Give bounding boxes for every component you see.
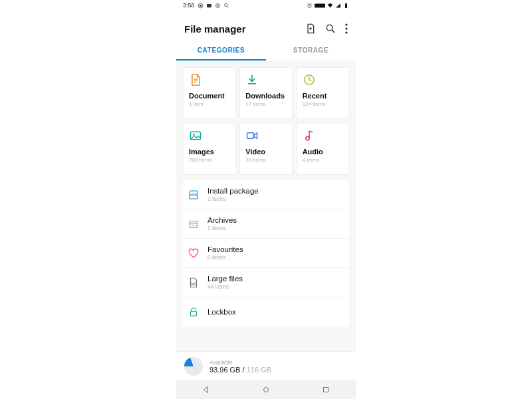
svg-line-17 xyxy=(332,30,334,33)
card-label: Downloads xyxy=(245,92,286,100)
search-status-icon xyxy=(223,3,229,9)
row-large-files[interactable]: MB Large files 44 items xyxy=(183,268,349,297)
android-nav-bar xyxy=(176,380,356,399)
status-time: 3:58 xyxy=(183,2,195,9)
card-images[interactable]: Images 208 items xyxy=(183,123,235,175)
nav-recent-icon[interactable] xyxy=(321,385,331,394)
status-bar: 3:58 xyxy=(176,0,356,11)
storage-free: 93.96 GB xyxy=(209,366,240,374)
svg-rect-43 xyxy=(324,388,329,392)
video-icon xyxy=(245,129,259,142)
storage-pie-icon xyxy=(184,357,203,376)
row-lockbox[interactable]: Lockbox xyxy=(183,297,349,327)
svg-point-18 xyxy=(345,23,347,25)
row-sub: 0 items xyxy=(207,254,243,261)
svg-rect-40 xyxy=(191,311,197,316)
alarm-icon xyxy=(307,3,313,9)
row-label: Favourites xyxy=(207,245,243,253)
card-video[interactable]: Video 38 items xyxy=(239,123,292,175)
large-file-icon: MB xyxy=(188,277,200,289)
svg-point-4 xyxy=(217,5,218,6)
svg-rect-12 xyxy=(345,3,347,8)
nav-home-icon[interactable] xyxy=(261,385,271,394)
tabs: CATEGORIES STORAGE xyxy=(176,40,356,61)
signal-icon xyxy=(335,3,341,9)
app-header: File manager xyxy=(176,11,356,40)
row-sub: 2 items xyxy=(207,196,259,202)
document-icon xyxy=(189,73,202,86)
wifi-icon xyxy=(327,3,333,9)
volte-icon xyxy=(315,3,325,9)
row-label: Install package xyxy=(207,187,259,195)
location-icon xyxy=(198,3,203,9)
card-label: Video xyxy=(245,148,286,156)
lock-icon xyxy=(188,306,200,318)
category-grid: Document 1 item Downloads 17 items Recen… xyxy=(183,67,349,175)
card-sub: 208 items xyxy=(189,157,229,163)
app-title: File manager xyxy=(184,23,246,35)
battery-icon xyxy=(343,3,349,9)
svg-rect-29 xyxy=(247,133,254,138)
svg-point-19 xyxy=(345,27,347,29)
content-area: Document 1 item Downloads 17 items Recen… xyxy=(176,61,356,399)
heart-icon xyxy=(188,247,200,259)
card-sub: 38 items xyxy=(245,157,286,163)
category-list: APK Install package 2 items Archives 2 i… xyxy=(183,180,349,327)
svg-line-6 xyxy=(227,6,228,7)
svg-point-16 xyxy=(327,25,332,31)
storage-values: 93.96 GB / 116 GB xyxy=(209,366,271,374)
svg-rect-13 xyxy=(346,3,347,3)
svg-point-42 xyxy=(264,388,269,392)
card-sub: 17 items xyxy=(245,101,286,107)
svg-marker-30 xyxy=(255,133,257,138)
svg-marker-41 xyxy=(204,386,208,392)
row-label: Lockbox xyxy=(207,308,236,316)
svg-text:APK: APK xyxy=(190,193,197,197)
app-status-icon xyxy=(215,3,221,9)
row-install-package[interactable]: APK Install package 2 items xyxy=(183,180,349,209)
card-downloads[interactable]: Downloads 17 items xyxy=(239,67,292,119)
phone-frame: 3:58 File manager CATEGORIES STORAGE xyxy=(176,0,356,399)
more-icon[interactable] xyxy=(345,23,348,34)
image-icon xyxy=(189,129,202,142)
svg-line-10 xyxy=(311,3,312,3)
row-label: Large files xyxy=(207,275,243,283)
row-sub: 44 items xyxy=(207,283,243,290)
storage-summary[interactable]: Available 93.96 GB / 116 GB xyxy=(176,351,356,380)
svg-point-28 xyxy=(193,134,195,136)
row-favourites[interactable]: Favourites 0 items xyxy=(183,239,349,268)
card-sub: 1 item xyxy=(189,101,229,107)
svg-line-9 xyxy=(308,3,309,3)
svg-point-5 xyxy=(224,3,227,7)
svg-point-20 xyxy=(345,31,347,33)
card-label: Images xyxy=(189,148,229,156)
new-file-icon[interactable] xyxy=(305,23,316,34)
card-sub: 124 items xyxy=(303,101,343,107)
archive-icon xyxy=(188,218,200,230)
tab-categories[interactable]: CATEGORIES xyxy=(176,40,266,61)
search-icon[interactable] xyxy=(325,23,336,34)
clock-icon xyxy=(303,73,316,86)
card-label: Recent xyxy=(303,92,343,100)
storage-available-label: Available xyxy=(209,359,271,366)
svg-rect-11 xyxy=(315,3,325,7)
storage-total: 116 GB xyxy=(247,366,271,374)
apk-icon: APK xyxy=(188,189,200,201)
card-document[interactable]: Document 1 item xyxy=(183,67,235,119)
card-recent[interactable]: Recent 124 items xyxy=(297,67,349,119)
download-icon xyxy=(245,73,259,86)
card-label: Document xyxy=(189,92,229,100)
card-audio[interactable]: Audio 4 items xyxy=(297,123,349,175)
row-archives[interactable]: Archives 2 items xyxy=(183,209,349,239)
nav-back-icon[interactable] xyxy=(201,385,211,394)
gallery-status-icon xyxy=(206,3,212,9)
svg-rect-2 xyxy=(207,3,211,7)
card-sub: 4 items xyxy=(303,157,343,163)
row-label: Archives xyxy=(207,216,237,224)
svg-text:MB: MB xyxy=(192,282,197,285)
svg-point-0 xyxy=(200,5,201,7)
tab-storage[interactable]: STORAGE xyxy=(266,40,356,61)
card-label: Audio xyxy=(303,148,343,156)
row-sub: 2 items xyxy=(207,225,237,231)
music-icon xyxy=(303,129,316,142)
